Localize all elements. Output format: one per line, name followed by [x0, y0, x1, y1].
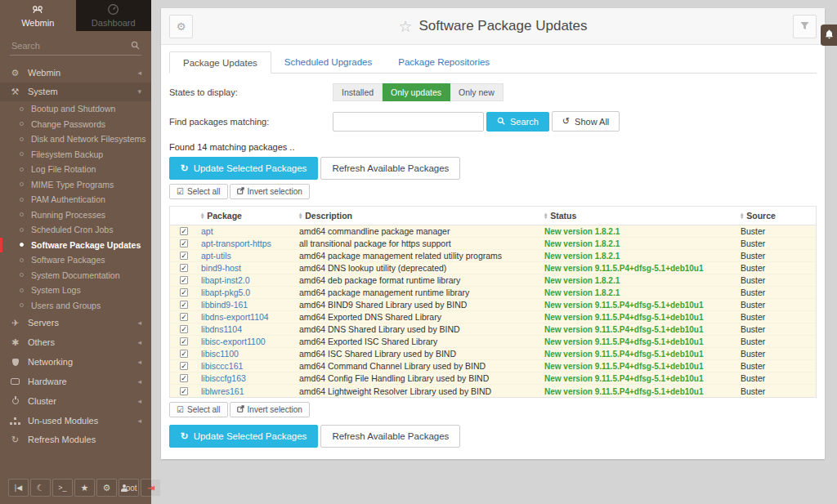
row-checkbox[interactable]: ✓ [180, 239, 188, 248]
state-filter-button[interactable]: Only new [450, 83, 504, 101]
package-source: Buster [737, 275, 816, 285]
sidebar-search-input[interactable] [10, 38, 141, 55]
package-link[interactable]: libdns-export1104 [201, 312, 269, 322]
sidebar-item[interactable]: Users and Groups [0, 298, 151, 314]
invert-selection-button[interactable]: Invert selection [230, 402, 310, 417]
package-link[interactable]: libapt-pkg5.0 [201, 288, 250, 297]
package-link[interactable]: libisccfg163 [201, 373, 246, 383]
column-header-description[interactable]: ▴▾Description [296, 207, 541, 225]
show-all-button[interactable]: ↺ Show All [552, 111, 620, 132]
sidebar-section-system[interactable]: ⚒ System ▾ [0, 83, 151, 101]
package-status: New version 1.8.2.1 [544, 239, 620, 248]
tab[interactable]: Package Updates [169, 51, 271, 74]
row-checkbox[interactable]: ✓ [180, 350, 188, 358]
terminal-button[interactable]: >_ [52, 479, 73, 497]
gears-icon: ⚙ [103, 483, 111, 493]
row-checkbox[interactable]: ✓ [180, 252, 188, 260]
sidebar-section[interactable]: Un-used Modules ◂ [0, 411, 151, 430]
package-link[interactable]: libisc-export1100 [201, 337, 266, 346]
find-packages-input[interactable] [333, 112, 484, 132]
package-link[interactable]: bind9-host [201, 263, 241, 273]
sidebar-item[interactable]: Change Passwords [0, 117, 151, 132]
package-link[interactable]: apt-utils [201, 251, 231, 261]
sidebar-section[interactable]: ✈ Servers ◂ [0, 313, 151, 332]
package-link[interactable]: libisc1100 [201, 349, 239, 359]
favorites-button[interactable]: ★ [74, 479, 95, 497]
package-link[interactable]: libapt-inst2.0 [201, 275, 250, 285]
package-link[interactable]: liblwres161 [201, 386, 244, 396]
update-selected-button[interactable]: ↻ Update Selected Packages [169, 157, 318, 180]
sidebar-item[interactable]: System Logs [0, 283, 151, 298]
row-checkbox[interactable]: ✓ [180, 374, 188, 382]
sidebar-item[interactable]: Bootup and Shutdown [0, 101, 151, 117]
notifications-bell-button[interactable] [821, 25, 837, 46]
search-icon [497, 117, 505, 127]
user-button[interactable]: root [119, 479, 139, 497]
sidebar-section[interactable]: Cluster ◂ [0, 391, 151, 411]
caret-left-icon: ◂ [137, 332, 141, 352]
column-header-package[interactable]: ▴▾Package [198, 207, 296, 225]
favorite-star-icon[interactable]: ☆ [398, 17, 412, 36]
sidebar-refresh-modules[interactable]: ↻ Refresh Modules [0, 430, 151, 449]
column-header-status[interactable]: ▴▾Status [541, 207, 737, 225]
sidebar-item[interactable]: System Documentation [0, 268, 151, 283]
package-link[interactable]: apt-transport-https [201, 239, 271, 248]
row-checkbox[interactable]: ✓ [180, 337, 188, 346]
row-checkbox[interactable]: ✓ [180, 276, 188, 284]
invert-selection-button[interactable]: Invert selection [230, 184, 310, 199]
tab[interactable]: Scheduled Upgrades [271, 51, 385, 73]
select-all-button[interactable]: ☑ Select all [169, 402, 228, 417]
night-mode-button[interactable]: ☾ [30, 479, 51, 497]
sidebar-item[interactable]: MIME Type Programs [0, 177, 151, 193]
filter-button[interactable] [793, 15, 817, 38]
gear-icon: ⚙ [10, 64, 20, 83]
sidebar-section[interactable]: ✱ Others ◂ [0, 332, 151, 352]
sidebar-item[interactable]: Software Packages [0, 252, 151, 268]
invert-square-icon [237, 405, 244, 414]
webmin-brand-tab[interactable]: Webmin [0, 0, 76, 31]
select-all-button[interactable]: ☑ Select all [169, 184, 228, 199]
sidebar-item[interactable]: Running Processes [0, 207, 151, 223]
sidebar-section[interactable]: Networking ◂ [0, 352, 151, 372]
sort-icon: ▴▾ [201, 212, 204, 220]
state-filter-button[interactable]: Installed [333, 83, 383, 101]
row-checkbox[interactable]: ✓ [180, 387, 188, 395]
refresh-available-button[interactable]: Refresh Available Packages [320, 157, 460, 180]
collapse-sidebar-button[interactable]: |◀ [8, 479, 29, 497]
sidebar-item[interactable]: Disk and Network Filesystems [0, 132, 151, 147]
row-checkbox[interactable]: ✓ [180, 288, 188, 297]
theme-settings-button[interactable]: ⚙ [96, 479, 117, 497]
states-row: States to display: Installed Only update… [169, 83, 817, 101]
state-filter-button[interactable]: Only updates [383, 83, 450, 101]
package-link[interactable]: apt [201, 226, 213, 236]
sidebar-item[interactable]: Scheduled Cron Jobs [0, 222, 151, 238]
sidebar: Webmin Dashboard ⚙ Webmin ◂ ⚒ System ▾ [0, 0, 151, 504]
search-button[interactable]: Search [486, 112, 549, 132]
sidebar-item[interactable]: PAM Authentication [0, 192, 151, 207]
sidebar-section-webmin[interactable]: ⚙ Webmin ◂ [0, 64, 151, 83]
sidebar-item[interactable]: Software Package Updates [0, 238, 151, 253]
row-checkbox[interactable]: ✓ [180, 264, 188, 272]
row-checkbox[interactable]: ✓ [180, 362, 188, 370]
sidebar-item[interactable]: Filesystem Backup [0, 147, 151, 163]
dashboard-tab[interactable]: Dashboard [76, 0, 152, 31]
row-checkbox[interactable]: ✓ [180, 313, 188, 321]
update-selected-button[interactable]: ↻ Update Selected Packages [169, 425, 318, 448]
top-action-row: ↻ Update Selected Packages Refresh Avail… [169, 157, 817, 180]
package-link[interactable]: libdns1104 [201, 324, 242, 334]
sidebar-item[interactable]: Log File Rotation [0, 162, 151, 177]
package-link[interactable]: libisccc161 [201, 361, 243, 371]
package-description: amd64 DNS Shared Library used by BIND [296, 324, 541, 334]
column-header-source[interactable]: ▴▾Source [737, 207, 816, 225]
bullet-icon [20, 198, 24, 202]
row-checkbox[interactable]: ✓ [180, 227, 188, 235]
tab[interactable]: Package Repositories [385, 51, 503, 73]
package-source: Buster [737, 324, 816, 334]
package-source: Buster [737, 361, 816, 371]
row-checkbox[interactable]: ✓ [180, 325, 188, 333]
refresh-available-button[interactable]: Refresh Available Packages [320, 425, 460, 448]
row-checkbox[interactable]: ✓ [180, 301, 188, 309]
module-config-button[interactable]: ⚙ [169, 15, 193, 38]
package-link[interactable]: libbind9-161 [201, 300, 248, 310]
sidebar-section[interactable]: Hardware ◂ [0, 372, 151, 391]
